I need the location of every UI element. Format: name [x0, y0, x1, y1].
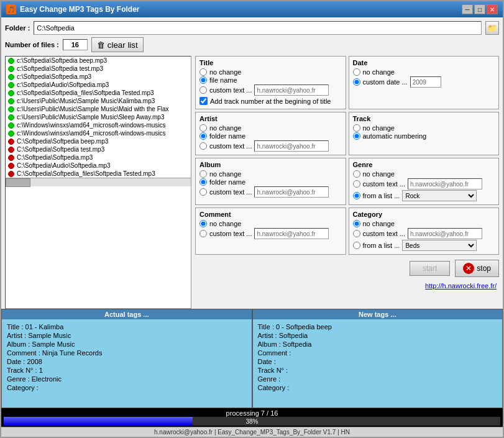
list-item[interactable]: C:\Softpedia\Softpedia_files\Softpedia T… — [6, 170, 191, 178]
actual-category: Category : — [7, 384, 247, 391]
clear-list-button[interactable]: 🗑 clear list — [91, 37, 144, 52]
list-item[interactable]: c:\Softpedia\Softpedia_files\Softpedia T… — [6, 89, 191, 97]
list-item[interactable]: c:\Softpedia\Softpedia beep.mp3 — [6, 57, 191, 65]
actual-tags-content: Title : 01 - Kalimba Artist : Sample Mus… — [2, 319, 252, 408]
genre-custom-input[interactable] — [408, 178, 482, 189]
list-item[interactable]: C:\Softpedia\Softpedia beep.mp3 — [6, 137, 191, 145]
new-tags-header: New tags ... — [253, 309, 503, 319]
status-dot — [8, 90, 14, 96]
progress-section: processing 7 / 16 38% — [1, 408, 503, 427]
title-bar: 🎵 Easy Change MP3 Tags By Folder ─ □ ✕ — [1, 1, 503, 17]
artist-folder-name-label: folder name — [209, 132, 245, 140]
date-custom-radio[interactable] — [353, 78, 360, 86]
progress-bar: 38% — [4, 417, 500, 426]
title-custom-input[interactable] — [254, 84, 329, 96]
status-dot — [8, 114, 14, 121]
date-no-change-row: no change — [353, 68, 495, 76]
track-no-change-radio[interactable] — [353, 124, 360, 132]
genre-list-row: from a list ... Rock Pop Electronic — [353, 190, 495, 201]
genre-list-select[interactable]: Rock Pop Electronic — [402, 190, 477, 201]
file-list-panel[interactable]: c:\Softpedia\Softpedia beep.mp3c:\Softpe… — [5, 56, 191, 309]
category-custom-input[interactable] — [408, 228, 482, 239]
category-list-label: from a list ... — [363, 242, 400, 249]
comment-no-change-label: no change — [209, 220, 241, 227]
status-dot — [8, 155, 14, 161]
date-no-change-radio[interactable] — [353, 68, 360, 76]
category-tag-box: Category no change custom text ... — [349, 208, 500, 255]
artist-custom-row: custom text ... — [199, 140, 342, 152]
stop-button[interactable]: ✕ stop — [455, 260, 499, 277]
bottom-section: Actual tags ... Title : 01 - Kalimba Art… — [1, 309, 503, 437]
start-button[interactable]: start — [410, 261, 450, 276]
artist-custom-input[interactable] — [254, 140, 329, 152]
album-folder-name-label: folder name — [209, 178, 245, 186]
genre-list-radio[interactable] — [353, 192, 360, 199]
folder-browse-button[interactable]: 📁 — [485, 21, 499, 35]
app-icon: 🎵 — [6, 4, 16, 14]
list-item[interactable]: C:\Softpedia\Softpedia test.mp3 — [6, 145, 191, 153]
maximize-button[interactable]: □ — [474, 4, 485, 14]
category-list-radio[interactable] — [353, 242, 360, 249]
title-file-name-radio[interactable] — [199, 76, 207, 84]
album-no-change-radio[interactable] — [199, 170, 207, 178]
list-item[interactable]: c:\Softpedia\Softpedia.mp3 — [6, 73, 191, 81]
website-link[interactable]: http://h.nawrocki.free.fr/ — [425, 282, 497, 290]
genre-custom-label: custom text ... — [363, 180, 405, 188]
minimize-button[interactable]: ─ — [462, 4, 473, 14]
status-dot — [8, 122, 14, 129]
category-list-row: from a list ... Beds Stings — [353, 240, 495, 251]
category-custom-radio[interactable] — [353, 230, 360, 237]
list-item[interactable]: c:\Windows\winsxs\amd64_microsoft-window… — [6, 129, 191, 137]
category-list-select[interactable]: Beds Stings — [402, 240, 477, 251]
folder-row: Folder : 📁 — [5, 21, 499, 35]
file-path: C:\Softpedia\Softpedia beep.mp3 — [17, 138, 108, 145]
album-custom-radio[interactable] — [199, 188, 207, 196]
title-checkbox-label: Add track number at the begining of titl… — [210, 98, 331, 105]
title-no-change-radio[interactable] — [199, 68, 207, 76]
genre-no-change-radio[interactable] — [353, 170, 360, 178]
list-item[interactable]: C:\Softpedia\Audio\Softpedia.mp3 — [6, 162, 191, 170]
list-item[interactable]: C:\Softpedia\Softpedia.mp3 — [6, 153, 191, 162]
title-checkbox-row: Add track number at the begining of titl… — [199, 97, 342, 105]
comment-custom-input[interactable] — [254, 228, 329, 239]
date-custom-input[interactable] — [410, 76, 441, 88]
progress-fill — [4, 417, 193, 426]
folder-input[interactable] — [34, 21, 482, 35]
album-folder-name-radio[interactable] — [199, 178, 207, 186]
genre-tag-label: Genre — [353, 161, 495, 168]
comment-custom-radio[interactable] — [199, 230, 207, 237]
comment-no-change-radio[interactable] — [199, 220, 207, 227]
title-no-change-label: no change — [209, 68, 241, 76]
date-custom-row: custom date ... — [353, 76, 495, 88]
scroll-thumb[interactable] — [6, 178, 30, 187]
list-item[interactable]: c:\Softpedia\Audio\Softpedia.mp3 — [6, 81, 191, 89]
file-path: c:\Softpedia\Softpedia.mp3 — [17, 73, 91, 80]
files-label: Number of files : — [5, 41, 59, 48]
artist-custom-radio[interactable] — [199, 142, 207, 150]
title-custom-label: custom text ... — [209, 86, 252, 94]
title-track-number-checkbox[interactable] — [199, 97, 208, 105]
category-no-change-radio[interactable] — [353, 220, 360, 227]
new-track: Track N° : — [258, 367, 498, 374]
list-item[interactable]: c:\Windows\winsxs\amd64_microsoft-window… — [6, 121, 191, 129]
close-button[interactable]: ✕ — [487, 4, 498, 14]
category-custom-row: custom text ... — [353, 228, 495, 239]
artist-no-change-radio[interactable] — [199, 124, 207, 132]
genre-custom-radio[interactable] — [353, 180, 360, 188]
right-panel: Title no change file name custom text ..… — [195, 56, 499, 309]
album-custom-input[interactable] — [254, 186, 329, 198]
artist-folder-name-radio[interactable] — [199, 132, 207, 140]
horizontal-scrollbar[interactable] — [6, 178, 191, 186]
album-no-change-row: no change — [199, 170, 342, 178]
track-no-change-label: no change — [363, 124, 395, 132]
list-item[interactable]: c:\Softpedia\Softpedia test.mp3 — [6, 65, 191, 73]
album-tag-box: Album no change folder name custom text … — [195, 158, 346, 205]
track-auto-radio[interactable] — [353, 132, 360, 140]
list-item[interactable]: c:\Users\Public\Music\Sample Music\Maid … — [6, 105, 191, 113]
actual-date: Date : 2008 — [7, 358, 247, 365]
list-item[interactable]: c:\Users\Public\Music\Sample Music\Kalim… — [6, 97, 191, 105]
actual-album: Album : Sample Music — [7, 340, 247, 348]
new-category: Category : — [258, 384, 498, 391]
title-custom-radio[interactable] — [199, 86, 207, 94]
list-item[interactable]: c:\Users\Public\Music\Sample Music\Sleep… — [6, 113, 191, 121]
